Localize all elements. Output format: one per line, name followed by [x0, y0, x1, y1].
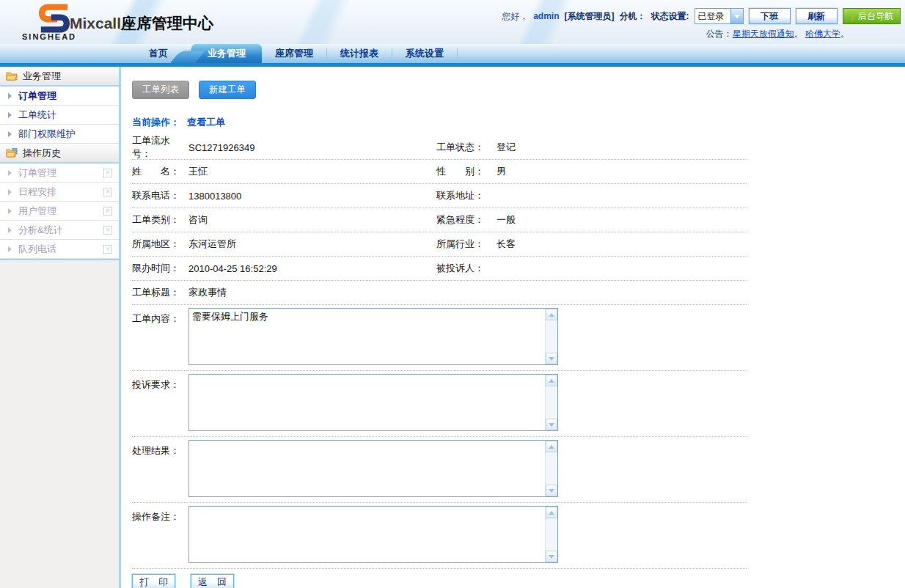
scroll-down-icon[interactable]: [546, 485, 557, 496]
scroll-up-icon[interactable]: [546, 309, 557, 320]
sidebar-item-label: 部门权限维护: [18, 128, 76, 141]
sidebar-item-department-permissions[interactable]: 部门权限维护: [0, 125, 119, 144]
announcement-sep-2: 。: [840, 29, 849, 39]
scrollbar[interactable]: [545, 441, 557, 496]
sidebar-history-schedule[interactable]: 日程安排 ×: [0, 183, 119, 202]
chevron-down-icon[interactable]: [730, 9, 743, 23]
tab-system-settings[interactable]: 系统设置: [392, 44, 457, 63]
sidebar-history-queue-calls[interactable]: 队列电话 ×: [0, 240, 119, 259]
result-textarea[interactable]: [188, 440, 558, 497]
role-text: [系统管理员]: [565, 10, 615, 23]
sidebar-section-title: 操作历史: [23, 147, 61, 160]
sidebar-item-label: 日程安排: [18, 185, 56, 199]
off-duty-button[interactable]: 下班: [749, 8, 791, 24]
back-button[interactable]: 返 回: [191, 574, 234, 588]
sidebar-history-analysis-statistics[interactable]: 分析&统计 ×: [0, 221, 119, 240]
close-icon[interactable]: ×: [103, 207, 112, 216]
sidebar-item-label: 分析&统计: [18, 224, 63, 237]
category-label: 工单类别：: [132, 213, 188, 227]
complaint-textarea[interactable]: [188, 374, 558, 431]
tab-statistics-report[interactable]: 统计报表: [327, 44, 392, 63]
main-content: 工单列表 新建工单 当前操作：查看工单 工单流水号： SC1271926349 …: [123, 67, 905, 588]
sidebar-group-history: 订单管理 × 日程安排 × 用户管理 × 分析&统计 × 队列电话 ×: [0, 163, 119, 259]
gender-label: 性 别：: [436, 165, 497, 178]
sidebar-section-history: 操作历史: [0, 144, 119, 163]
form-row-serial-status: 工单流水号： SC1271926349 工单状态： 登记: [132, 136, 747, 160]
complaint-textarea-value: [192, 376, 543, 429]
industry-label: 所属行业：: [436, 238, 497, 251]
sidebar-item-ticket-statistics[interactable]: 工单统计: [0, 106, 119, 125]
industry-value: 长客: [497, 238, 747, 251]
status-select[interactable]: 已登录: [695, 8, 744, 24]
close-icon[interactable]: ×: [103, 226, 112, 235]
ticket-list-button[interactable]: 工单列表: [132, 81, 189, 99]
form-row-complaint: 投诉要求：: [132, 371, 747, 437]
scrollbar[interactable]: [545, 309, 557, 364]
backend-nav-label: 后台导航: [858, 10, 893, 23]
sidebar-item-order-management[interactable]: 订单管理: [0, 87, 119, 106]
app-title-en: Mixcall: [70, 15, 121, 32]
sidebar-item-label: 用户管理: [18, 205, 56, 218]
nav-bar: 首页 业务管理 座席管理 统计报表 系统设置: [0, 44, 905, 63]
sidebar-history-user-management[interactable]: 用户管理 ×: [0, 202, 119, 221]
close-icon[interactable]: ×: [103, 245, 112, 254]
scroll-up-icon[interactable]: [546, 507, 557, 518]
urgency-label: 紧急程度：: [436, 213, 497, 227]
folder-history-icon: [6, 148, 18, 158]
form-row-content: 工单内容： 需要保姆上门服务: [132, 305, 747, 371]
down-arrow-icon: ↓: [850, 11, 855, 22]
triangle-right-icon: [8, 208, 12, 214]
header-controls: 您好， admin [系统管理员] 分机： 状态设置: 已登录 下班 刷新 ↓ …: [502, 8, 901, 24]
announcement-link-2[interactable]: 哈佛大学: [805, 29, 840, 39]
remark-textarea[interactable]: [188, 506, 558, 563]
sidebar-item-label: 订单管理: [18, 89, 56, 103]
print-button[interactable]: 打 印: [132, 574, 175, 588]
sidebar-section-title: 业务管理: [23, 70, 61, 83]
backend-nav-button[interactable]: ↓ 后台导航: [843, 8, 901, 24]
announcement-sep-1: 。: [794, 29, 803, 39]
form-row-category-urgency: 工单类别： 咨询 紧急程度： 一般: [132, 208, 747, 232]
scrollbar[interactable]: [545, 375, 557, 430]
ticket-title-label: 工单标题：: [132, 286, 188, 299]
footer-buttons: 打 印 返 回: [132, 574, 747, 588]
gender-value: 男: [497, 165, 747, 178]
ticket-status-value: 登记: [497, 141, 747, 154]
scroll-up-icon[interactable]: [546, 375, 557, 386]
scroll-down-icon[interactable]: [546, 419, 557, 430]
nav-tabs: 首页 业务管理 座席管理 统计报表 系统设置: [126, 44, 905, 63]
scroll-down-icon[interactable]: [546, 353, 557, 364]
accused-label: 被投诉人：: [436, 262, 497, 275]
new-ticket-button[interactable]: 新建工单: [199, 81, 256, 99]
deadline-label: 限办时间：: [132, 262, 188, 275]
breadcrumb: 当前操作：查看工单: [132, 116, 905, 129]
form-row-result: 处理结果：: [132, 437, 747, 503]
refresh-button[interactable]: 刷新: [796, 8, 838, 24]
ticket-serial-label: 工单流水号：: [132, 134, 188, 161]
form-row-phone-address: 联系电话： 1380013800 联系地址：: [132, 184, 747, 208]
close-icon[interactable]: ×: [103, 169, 112, 177]
greeting-text: 您好，: [502, 10, 528, 23]
remark-textarea-value: [192, 508, 543, 561]
sidebar: 业务管理 订单管理 工单统计 部门权限维护 操作历史: [0, 67, 121, 588]
phone-value: 1380013800: [188, 191, 436, 202]
announcement: 公告：星期天放假通知。 哈佛大学。: [706, 28, 849, 40]
region-label: 所属地区：: [132, 238, 188, 251]
tab-business-management[interactable]: 业务管理: [191, 44, 262, 63]
status-select-value: 已登录: [695, 9, 730, 23]
announcement-link-1[interactable]: 星期天放假通知: [733, 29, 794, 39]
triangle-right-icon: [8, 189, 12, 195]
scrollbar[interactable]: [545, 507, 557, 562]
sidebar-group-business: 订单管理 工单统计 部门权限维护: [0, 87, 119, 144]
scroll-down-icon[interactable]: [546, 551, 557, 562]
content-textarea[interactable]: 需要保姆上门服务: [188, 308, 558, 365]
scroll-up-icon[interactable]: [546, 441, 557, 452]
folder-open-icon: [6, 71, 18, 81]
triangle-right-icon: [8, 131, 12, 137]
result-label: 处理结果：: [132, 440, 188, 497]
tab-agent-management[interactable]: 座席管理: [262, 44, 326, 63]
sidebar-history-order-management[interactable]: 订单管理 ×: [0, 163, 119, 183]
toolbar: 工单列表 新建工单: [132, 81, 905, 99]
tab-separator: [457, 48, 458, 59]
content-textarea-value: 需要保姆上门服务: [192, 310, 543, 363]
close-icon[interactable]: ×: [103, 188, 112, 196]
